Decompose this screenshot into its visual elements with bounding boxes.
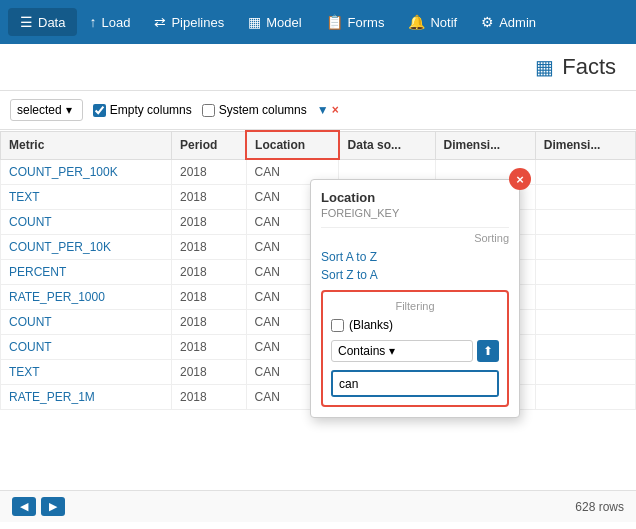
nav-item-load[interactable]: ↑ Load — [77, 8, 142, 36]
contains-dropdown[interactable]: Contains ▾ — [331, 340, 473, 362]
cell-period: 2018 — [172, 360, 247, 385]
cell-dimension2 — [535, 335, 635, 360]
cell-period: 2018 — [172, 310, 247, 335]
system-columns-checkbox[interactable] — [202, 104, 215, 117]
empty-columns-checkbox[interactable] — [93, 104, 106, 117]
sort-za-button[interactable]: Sort Z to A — [321, 266, 509, 284]
contains-row: Contains ▾ ⬆ — [331, 340, 499, 362]
col-dimension1[interactable]: Dimensi... — [435, 131, 535, 159]
nav-label-load: Load — [101, 15, 130, 30]
cell-dimension2 — [535, 185, 635, 210]
cell-dimension2 — [535, 260, 635, 285]
cell-metric: RATE_PER_1000 — [1, 285, 172, 310]
nav-item-pipelines[interactable]: ⇄ Pipelines — [142, 8, 236, 36]
cell-period: 2018 — [172, 385, 247, 410]
model-icon: ▦ — [248, 14, 261, 30]
nav-label-notif: Notif — [430, 15, 457, 30]
col-metric[interactable]: Metric — [1, 131, 172, 159]
cell-metric: COUNT — [1, 335, 172, 360]
selected-dropdown[interactable]: selected ▾ — [10, 99, 83, 121]
notif-icon: 🔔 — [408, 14, 425, 30]
cell-period: 2018 — [172, 335, 247, 360]
admin-icon: ⚙ — [481, 14, 494, 30]
cell-metric: TEXT — [1, 185, 172, 210]
column-filter-popup: × Location FOREIGN_KEY Sorting Sort A to… — [310, 179, 520, 418]
cell-dimension2 — [535, 159, 635, 185]
nav-item-admin[interactable]: ⚙ Admin — [469, 8, 548, 36]
load-icon: ↑ — [89, 14, 96, 30]
cell-metric: TEXT — [1, 360, 172, 385]
search-button[interactable]: 🔍 — [495, 372, 499, 395]
table-footer: ◀ ▶ 628 rows — [0, 490, 636, 522]
cell-metric: RATE_PER_1M — [1, 385, 172, 410]
cell-dimension2 — [535, 360, 635, 385]
cell-period: 2018 — [172, 185, 247, 210]
close-popup-button[interactable]: × — [509, 168, 531, 190]
cell-metric: COUNT — [1, 310, 172, 335]
popup-subtitle: FOREIGN_KEY — [321, 207, 509, 219]
nav-item-notif[interactable]: 🔔 Notif — [396, 8, 469, 36]
popup-title: Location — [321, 190, 509, 205]
nav-label-pipelines: Pipelines — [171, 15, 224, 30]
nav-label-admin: Admin — [499, 15, 536, 30]
nav-label-model: Model — [266, 15, 301, 30]
sort-az-button[interactable]: Sort A to Z — [321, 248, 509, 266]
cell-metric: COUNT — [1, 210, 172, 235]
nav-item-data[interactable]: ☰ Data — [8, 8, 77, 36]
cell-period: 2018 — [172, 159, 247, 185]
page-title-text: Facts — [562, 54, 616, 80]
cell-dimension2 — [535, 310, 635, 335]
row-count: 628 rows — [575, 500, 624, 514]
page-title: ▦ Facts — [535, 54, 616, 80]
upload-button[interactable]: ⬆ — [477, 340, 499, 362]
next-page-button[interactable]: ▶ — [41, 497, 65, 516]
facts-icon: ▦ — [535, 55, 554, 79]
col-location[interactable]: Location — [246, 131, 339, 159]
cell-dimension2 — [535, 285, 635, 310]
cell-period: 2018 — [172, 235, 247, 260]
cell-metric: PERCENT — [1, 260, 172, 285]
cell-metric: COUNT_PER_100K — [1, 159, 172, 185]
cell-dimension2 — [535, 235, 635, 260]
filter-icon: ▼ — [317, 103, 329, 117]
pipelines-icon: ⇄ — [154, 14, 166, 30]
prev-page-button[interactable]: ◀ — [12, 497, 36, 516]
selected-label: selected — [17, 103, 62, 117]
col-dimension2[interactable]: Dimensi... — [535, 131, 635, 159]
filtering-section: Filtering (Blanks) Contains ▾ ⬆ 🔍 — [321, 290, 509, 407]
data-icon: ☰ — [20, 14, 33, 30]
cell-dimension2 — [535, 210, 635, 235]
empty-columns-toggle[interactable]: Empty columns — [93, 103, 192, 117]
contains-label: Contains — [338, 344, 385, 358]
filter-search-row: 🔍 — [331, 370, 499, 397]
cell-dimension2 — [535, 385, 635, 410]
blanks-row: (Blanks) — [331, 318, 499, 332]
system-columns-toggle[interactable]: System columns — [202, 103, 307, 117]
nav-label-forms: Forms — [348, 15, 385, 30]
filter-clear[interactable]: × — [332, 103, 339, 117]
contains-chevron-icon: ▾ — [389, 344, 395, 358]
blanks-label: (Blanks) — [349, 318, 393, 332]
filter-button[interactable]: ▼ × — [317, 103, 339, 117]
system-columns-label: System columns — [219, 103, 307, 117]
forms-icon: 📋 — [326, 14, 343, 30]
cell-period: 2018 — [172, 210, 247, 235]
cell-period: 2018 — [172, 285, 247, 310]
toolbar: selected ▾ Empty columns System columns … — [0, 91, 636, 130]
cell-metric: COUNT_PER_10K — [1, 235, 172, 260]
nav-item-model[interactable]: ▦ Model — [236, 8, 313, 36]
page: ▦ Facts selected ▾ Empty columns System … — [0, 44, 636, 529]
cell-period: 2018 — [172, 260, 247, 285]
page-header: ▦ Facts — [0, 44, 636, 91]
blanks-checkbox[interactable] — [331, 319, 344, 332]
filtering-label: Filtering — [331, 300, 499, 312]
nav-label-data: Data — [38, 15, 65, 30]
sorting-section-label: Sorting — [321, 232, 509, 244]
nav-bar: ☰ Data ↑ Load ⇄ Pipelines ▦ Model 📋 Form… — [0, 0, 636, 44]
nav-item-forms[interactable]: 📋 Forms — [314, 8, 397, 36]
filter-search-input[interactable] — [333, 373, 495, 395]
col-datasource[interactable]: Data so... — [339, 131, 435, 159]
chevron-down-icon: ▾ — [66, 103, 72, 117]
empty-columns-label: Empty columns — [110, 103, 192, 117]
col-period[interactable]: Period — [172, 131, 247, 159]
